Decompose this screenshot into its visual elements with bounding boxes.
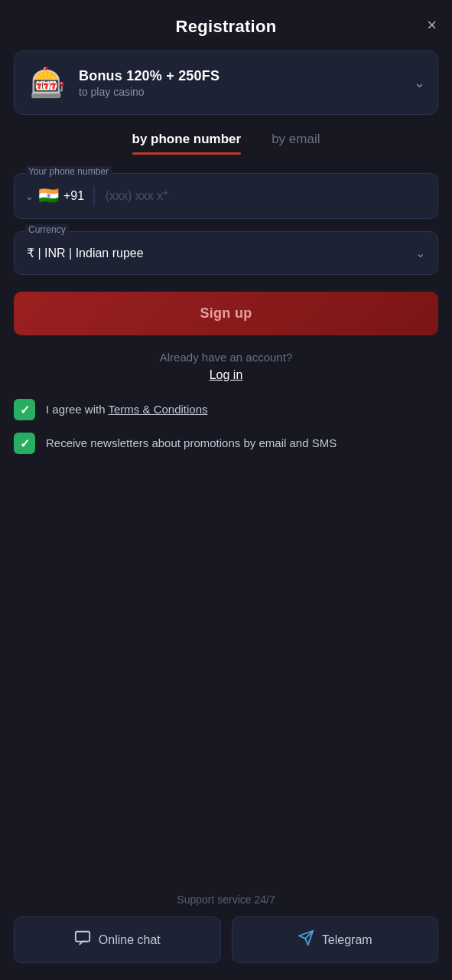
svg-rect-0 [76, 932, 89, 942]
support-buttons: Online chat Telegram [14, 916, 438, 963]
phone-number-input[interactable] [106, 189, 427, 203]
checkboxes-section: ✓ I agree with Terms & Conditions ✓ Rece… [0, 382, 452, 454]
close-button[interactable]: × [427, 17, 437, 34]
signup-button[interactable]: Sign up [14, 292, 438, 335]
phone-divider [93, 187, 95, 205]
modal-title: Registration [176, 17, 277, 37]
bonus-text-area: Bonus 120% + 250FS to play casino [79, 68, 403, 98]
country-flag: 🇮🇳 [38, 186, 59, 206]
phone-input-group: Your phone number ⌄ 🇮🇳 +91 [14, 173, 438, 219]
bonus-icon: 🎰 [27, 62, 68, 103]
check-icon-2: ✓ [20, 436, 30, 451]
country-selector[interactable]: ⌄ 🇮🇳 +91 [25, 186, 93, 206]
phone-row: ⌄ 🇮🇳 +91 [15, 174, 437, 218]
chat-icon [74, 929, 91, 950]
bonus-subtitle: to play casino [79, 86, 403, 98]
phone-label: Your phone number [25, 166, 112, 177]
country-code: +91 [63, 189, 84, 203]
terms-prefix-text: I agree with [46, 403, 108, 416]
terms-link[interactable]: Terms & Conditions [108, 403, 207, 416]
chat-label: Online chat [99, 933, 161, 947]
bonus-title: Bonus 120% + 250FS [79, 68, 403, 84]
bonus-chevron-icon: ⌄ [414, 74, 425, 91]
bonus-banner[interactable]: 🎰 Bonus 120% + 250FS to play casino ⌄ [14, 51, 438, 115]
terms-checkbox-row: ✓ I agree with Terms & Conditions [14, 399, 438, 420]
newsletter-label: Receive newsletters about promotions by … [46, 433, 337, 452]
currency-label: Currency [25, 224, 69, 235]
check-icon: ✓ [20, 403, 30, 417]
terms-label: I agree with Terms & Conditions [46, 399, 208, 418]
terms-checkbox[interactable]: ✓ [14, 399, 35, 420]
support-section: Support service 24/7 Online chat Telegra… [0, 881, 452, 980]
currency-chevron-icon: ⌄ [415, 246, 425, 260]
login-section: Already have an account? Log in [0, 351, 452, 382]
newsletter-checkbox[interactable]: ✓ [14, 433, 35, 454]
tab-phone[interactable]: by phone number [132, 132, 242, 155]
registration-form: Your phone number ⌄ 🇮🇳 +91 Currency ₹ | … [0, 162, 452, 287]
login-prompt: Already have an account? [160, 351, 292, 364]
currency-value: ₹ | INR | Indian rupee [27, 246, 144, 260]
country-chevron-icon: ⌄ [25, 191, 34, 202]
newsletter-checkbox-row: ✓ Receive newsletters about promotions b… [14, 433, 438, 454]
online-chat-button[interactable]: Online chat [14, 916, 221, 963]
support-label: Support service 24/7 [177, 893, 275, 906]
telegram-button[interactable]: Telegram [232, 916, 439, 963]
registration-tabs: by phone number by email [0, 132, 452, 158]
tab-email[interactable]: by email [272, 132, 320, 155]
telegram-label: Telegram [322, 933, 372, 947]
login-link[interactable]: Log in [210, 368, 243, 382]
modal-header: Registration × [0, 0, 452, 51]
currency-input-group[interactable]: Currency ₹ | INR | Indian rupee ⌄ [14, 231, 438, 275]
telegram-icon [298, 929, 314, 950]
currency-row: ₹ | INR | Indian rupee ⌄ [15, 232, 437, 274]
